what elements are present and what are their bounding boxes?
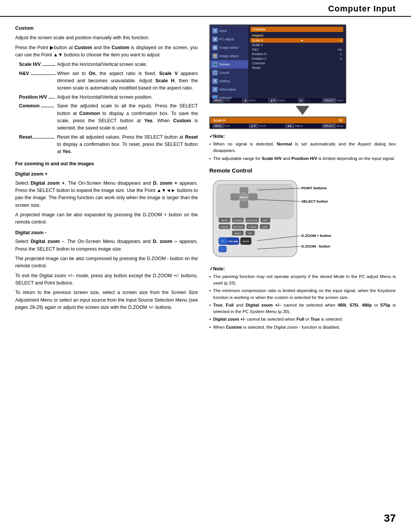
osd-item-screen: 📺 Screen xyxy=(210,60,248,69)
arrow-down-container xyxy=(209,106,396,115)
return-para: To return to the previous screen size, s… xyxy=(15,289,198,311)
page-title: Computer Input xyxy=(15,4,396,14)
osd-row-reset-label: Reset xyxy=(252,66,260,70)
note1-item2: The adjustable range for Scale H/V and P… xyxy=(209,155,396,162)
freeze-row-buttons: FREEZE NO SHOW P-TIMER LAMP xyxy=(219,224,270,229)
svg-text:SCREEN: SCREEN xyxy=(234,219,242,222)
svg-text:P-TIMER: P-TIMER xyxy=(249,226,256,228)
dzoom-minus-para1: Select Digital zoom -. The On-Screen Men… xyxy=(15,238,198,253)
term-list: Scale H/V .......... Adjust the Horizont… xyxy=(19,61,198,156)
svg-text:-: - xyxy=(222,247,223,251)
svg-rect-4 xyxy=(231,193,239,200)
svg-text:MUTE: MUTE xyxy=(243,240,249,243)
osd-submenu-title: Aspect xyxy=(250,33,343,38)
term-label-scale: Scale H/V .......... xyxy=(19,61,57,68)
osd-row-posv: Position V 0 xyxy=(250,56,343,61)
osd-sidebar: ⚙ Input 🖥 PC adjust 🖼 Image select 🎨 Ima… xyxy=(210,25,248,97)
osd-small-btn-adjust: ◄► Adjust xyxy=(285,124,303,128)
screen-icon: 📺 xyxy=(212,62,218,67)
osd-row-hv-label: H&V xyxy=(252,48,258,51)
svg-text:MENU: MENU xyxy=(221,219,228,222)
osd-small-row: Scale H 32 xyxy=(210,117,346,123)
svg-text:SELECT: SELECT xyxy=(239,196,249,198)
osd-item-sound: 🔊 Sound xyxy=(210,69,248,77)
osd-btn-move: ▲▼ Move xyxy=(268,99,285,102)
note1-item1: When no signal is detected, Normal is se… xyxy=(209,141,396,154)
page-header: Computer Input xyxy=(0,0,411,17)
osd-panel-title: Custom xyxy=(250,27,343,32)
dzoom-minus-title: Digital zoom - xyxy=(15,229,198,236)
dzoom-minus-row: - xyxy=(219,246,226,252)
osd-small-btn-menu: MENU Exit xyxy=(212,124,229,128)
osd-row-posh-value: 0 xyxy=(340,53,342,56)
exit-para: To exit the Digital zoom +/– mode, press… xyxy=(15,272,198,287)
osd-item-pcadjust: 🖥 PC adjust xyxy=(210,35,248,43)
term-row-position: Position H/V ..... Adjust the Horizontal… xyxy=(19,94,198,101)
svg-text:NO SHOW: NO SHOW xyxy=(234,226,243,228)
svg-text:LAMP: LAMP xyxy=(262,226,268,228)
osd-row-scalev-label: Scale V xyxy=(252,43,263,47)
osd-row-hv-value: Off xyxy=(338,48,342,51)
osd-top: ⚙ Input 🖥 PC adjust 🖼 Image select 🎨 Ima… xyxy=(210,25,346,97)
dzoom-minus-para2: The projected image can be also compress… xyxy=(15,255,198,270)
osd-item-imageselect: 🖼 Image select xyxy=(210,43,248,52)
term-desc-scale: Adjust the Horizontal/Vertical screen sc… xyxy=(57,61,198,68)
dzoom-plus-para2: A projected image can be also expanded b… xyxy=(15,211,198,226)
svg-text:KEYSTONE: KEYSTONE xyxy=(246,219,258,222)
term-desc-hv: When set to On, the aspect ratio is fixe… xyxy=(57,70,198,92)
term-label-hv: H&V ................... xyxy=(19,70,57,77)
svg-text:VOLUME: VOLUME xyxy=(228,240,238,243)
osd-item-imageselect-label: Image select xyxy=(219,46,239,50)
dzoom-minus-label: D.ZOOM - button xyxy=(301,244,330,248)
osd-row-posv-label: Position V xyxy=(252,57,266,61)
note2-item2: The minimum compression ratio is limited… xyxy=(209,288,396,301)
note-box-1: ✓Note: When no signal is detected, Norma… xyxy=(209,133,396,162)
osd-row-scalev: Scale V xyxy=(250,43,343,47)
note2-item3: True, Full and Digital zoom +/– cannot b… xyxy=(209,302,396,315)
osd-item-input: ⚙ Input xyxy=(210,27,248,35)
svg-rect-1 xyxy=(217,184,293,219)
dzoom-plus-label: D.ZOOM + button xyxy=(301,233,331,238)
term-desc-reset: Reset the all adjusted values. Press the… xyxy=(57,134,198,156)
dzoom-plus-para1: Select Digital zoom +. The On-Screen Men… xyxy=(15,180,198,209)
remote-container: SELECT MENU SCREEN KEYSTONE INFO. FREEZ xyxy=(209,177,346,262)
input-icon: ⚙ xyxy=(212,28,218,34)
osd-screenshot-2: Scale H 32 MENU Exit ▲▼ Scroll ◄► Adjust… xyxy=(209,117,346,129)
left-column: Custom Adjust the screen scale and posit… xyxy=(15,24,198,332)
select-button-label: SELECT button xyxy=(301,199,328,203)
osd-row-scaleh-label: Scale H xyxy=(252,38,263,42)
osd-item-pcadjust-label: PC adjust xyxy=(219,37,234,41)
term-row-hv: H&V ................... When set to On, … xyxy=(19,70,198,92)
zoom-section-title: For zooming in and out the images xyxy=(15,160,198,168)
dzoom-buttons: D.ZOOM + VOLUME MUTE xyxy=(219,238,251,244)
osd-item-information-label: Information xyxy=(219,88,236,91)
osd-item-screen-label: Screen xyxy=(219,62,230,66)
svg-text:+: + xyxy=(221,239,223,243)
point-buttons-label: POINT buttons xyxy=(301,186,327,190)
osd-row-posh-label: Position H xyxy=(252,52,267,56)
osd-small-bar: MENU Exit ▲▼ Scroll ◄► Adjust SELECT Bac… xyxy=(210,123,346,128)
imageselect-icon: 🖼 xyxy=(212,45,218,50)
term-label-reset: Reset................. xyxy=(19,134,57,141)
osd-row-reset: Reset xyxy=(250,66,343,70)
osd-row-scaleh: Scale H ◄ 0 xyxy=(250,38,343,43)
term-row-reset: Reset................. Reset the all adj… xyxy=(19,134,198,156)
osd-screenshot-1: ⚙ Input 🖥 PC adjust 🖼 Image select 🎨 Ima… xyxy=(209,24,346,104)
intro-para-2: Press the Point ▶button at Custom and th… xyxy=(15,44,198,59)
osd-btn-select: SELECT Next xyxy=(322,99,343,102)
osd-arrow-left: ◄ xyxy=(300,38,303,42)
main-content: Custom Adjust the screen scale and posit… xyxy=(0,17,411,339)
note2-item5: When Custom is selected, the Digital zoo… xyxy=(209,324,396,331)
image-row-buttons: IMAGE PIP xyxy=(232,231,255,235)
custom-section-title: Custom xyxy=(15,24,198,32)
remote-section-title: Remote Control xyxy=(209,167,396,174)
term-label-position: Position H/V ..... xyxy=(19,94,57,101)
term-row-common: Common .......... Save the adjusted scal… xyxy=(19,102,198,132)
osd-row-posv-value: 0 xyxy=(340,57,342,61)
sound-icon: 🔊 xyxy=(212,70,218,75)
page-number: 37 xyxy=(384,512,396,524)
osd-item-imageadjust-label: Image adjust xyxy=(219,54,239,58)
osd-item-information: ℹ Information xyxy=(210,85,248,94)
term-desc-position: Adjust the Horizontal/Vertical screen po… xyxy=(57,94,198,101)
osd-item-input-label: Input xyxy=(219,29,227,33)
